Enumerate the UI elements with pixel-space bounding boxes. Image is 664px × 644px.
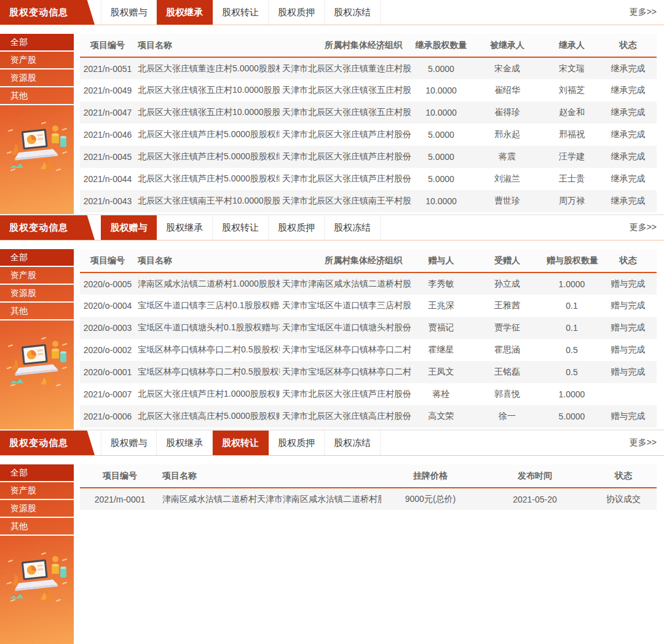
table-row[interactable]: 2020/o-0005津南区咸水沽镇二道桥村1.0000股股权赠...天津市津南…	[80, 272, 657, 295]
cell: 5.0000	[412, 124, 470, 146]
section-title: 股权变动信息	[9, 7, 68, 18]
cell: 赠与完成	[599, 405, 657, 427]
cell: 霍思涵	[470, 339, 544, 361]
records-table-wrap: 项目编号项目名称挂牌价格发布时间状态 2021/m-0001津南区咸水沽镇二道桥…	[74, 464, 664, 644]
section-title-banner: 股权变动信息	[0, 215, 95, 240]
section-title: 股权变动信息	[9, 222, 68, 234]
tab-3[interactable]: 股权质押	[269, 215, 325, 240]
cell: 天津市北辰区大张庄镇南王平村股...	[280, 190, 412, 212]
table-row[interactable]: 2021/n-0045北辰区大张庄镇芦庄村5.0000股股权继承...天津市北辰…	[80, 146, 657, 168]
cell: 曹世珍	[470, 190, 544, 212]
flame-icon	[12, 574, 18, 586]
cell: 2021/n-0044	[80, 168, 135, 190]
cell: 继承完成	[599, 101, 657, 124]
tab-4[interactable]: 股权冻结	[325, 0, 381, 25]
column-header-2: 所属村集体经济组织	[280, 34, 412, 57]
tab-3[interactable]: 股权质押	[269, 0, 325, 25]
sidebar-item-0[interactable]: 全部	[0, 249, 74, 267]
tab-3[interactable]: 股权质押	[269, 431, 325, 455]
category-list: 全部资产股资源股其他	[0, 249, 74, 320]
cell: 5.0000	[412, 146, 470, 168]
cell: 2021/n-0049	[80, 79, 135, 101]
cell: 霍继星	[412, 339, 470, 361]
table-row[interactable]: 2021/n-0044北辰区大张庄镇芦庄村5.0000股股权继承...天津市北辰…	[80, 168, 657, 190]
table-row[interactable]: 2020/o-0004宝坻区牛道口镇李三店村0.1股股权赠与项目天津市宝坻区牛道…	[80, 295, 657, 317]
table-header-row: 项目编号项目名称所属村集体经济组织赠与人受赠人赠与股权数量状态	[80, 249, 657, 272]
header-body-gap	[0, 456, 664, 464]
equity-change-section: 股权变动信息 股权赠与股权继承股权转让股权质押股权冻结 更多>> 全部资产股资源…	[0, 0, 664, 214]
tab-1[interactable]: 股权继承	[157, 431, 213, 455]
cell: 继承完成	[599, 146, 657, 168]
sidebar-item-0[interactable]: 全部	[0, 34, 74, 52]
cell: 1.0000	[544, 383, 599, 405]
tab-0[interactable]: 股权赠与	[101, 0, 157, 25]
table-row[interactable]: 2021/n-0051北辰区大张庄镇董连庄村5.0000股股权继...天津市北辰…	[80, 57, 657, 79]
cell: 邢福祝	[544, 124, 599, 146]
records-table-wrap: 项目编号项目名称所属村集体经济组织继承股权数量被继承人继承人状态 2021/n-…	[74, 34, 664, 214]
table-row[interactable]: 2021/n-0047北辰区大张庄镇张五庄村10.0000股股权继...天津市北…	[80, 101, 657, 124]
tab-0[interactable]: 股权赠与	[101, 431, 157, 455]
laptop-icon	[12, 559, 58, 591]
table-row[interactable]: 2021/n-0049北辰区大张庄镇张五庄村10.0000股股权继...天津市北…	[80, 79, 657, 101]
cell: 宋文瑞	[544, 57, 599, 79]
more-link[interactable]: 更多>>	[630, 431, 657, 455]
cell: 郭喜悦	[470, 383, 544, 405]
laptop-icon	[12, 343, 58, 376]
table-row[interactable]: 2020/o-0002宝坻区林亭口镇林亭口二村0.5股股权赠与...天津市宝坻区…	[80, 339, 657, 361]
cell: 0.1	[544, 295, 599, 317]
sidebar-item-3[interactable]: 其他	[0, 87, 74, 105]
column-header-4: 状态	[590, 464, 657, 488]
cell: 北辰区大张庄镇芦庄村1.0000股股权赠与...	[135, 383, 280, 405]
table-row[interactable]: 2021/m-0001津南区咸水沽镇二道桥村天津市津南区咸水沽镇二道桥村股份经.…	[80, 488, 657, 510]
sidebar-item-3[interactable]: 其他	[0, 518, 74, 536]
tab-active-1[interactable]: 股权继承	[157, 0, 213, 25]
tab-1[interactable]: 股权继承	[157, 215, 213, 240]
sidebar-item-2[interactable]: 资源股	[0, 70, 74, 87]
more-link[interactable]: 更多>>	[630, 215, 657, 240]
sidebar-item-3[interactable]: 其他	[0, 303, 74, 320]
table-header-row: 项目编号项目名称挂牌价格发布时间状态	[80, 464, 657, 488]
cell: 宝坻区牛道口镇李三店村0.1股股权赠与项目	[135, 295, 280, 317]
sidebar-item-1[interactable]: 资产股	[0, 52, 74, 70]
table-row[interactable]: 2021/o-0006北辰区大张庄镇高庄村5.0000股股权赠与...天津市北辰…	[80, 405, 657, 427]
tab-4[interactable]: 股权冻结	[325, 215, 381, 240]
cell: 天津市北辰区大张庄镇董连庄村股...	[280, 57, 412, 79]
column-header-4: 受赠人	[470, 249, 544, 272]
cell: 周万禄	[544, 190, 599, 212]
column-header-6: 状态	[599, 249, 657, 272]
cell: 崔绍华	[470, 79, 544, 101]
cell: 王兆深	[412, 295, 470, 317]
column-header-1: 项目名称	[135, 34, 280, 57]
cell: 10.0000	[412, 79, 470, 101]
tab-2[interactable]: 股权转让	[213, 0, 269, 25]
column-header-6: 状态	[599, 34, 657, 57]
sidebar-item-1[interactable]: 资产股	[0, 482, 74, 500]
tab-active-0[interactable]: 股权赠与	[101, 215, 157, 240]
cell: 王凤文	[412, 361, 470, 383]
cell: 天津市北辰区大张庄镇张五庄村股...	[280, 79, 412, 101]
tab-active-2[interactable]: 股权转让	[213, 431, 269, 455]
sidebar-item-2[interactable]: 资源股	[0, 285, 74, 303]
table-row[interactable]: 2020/o-0001宝坻区林亭口镇林亭口二村0.5股股权赠与...天津市宝坻区…	[80, 361, 657, 383]
sidebar-item-2[interactable]: 资源股	[0, 500, 74, 518]
cell: 刘福芝	[544, 79, 599, 101]
more-link[interactable]: 更多>>	[630, 0, 657, 25]
sidebar-item-1[interactable]: 资产股	[0, 267, 74, 285]
cell: 赠与完成	[599, 295, 657, 317]
records-table: 项目编号项目名称所属村集体经济组织继承股权数量被继承人继承人状态 2021/n-…	[80, 34, 657, 212]
table-row[interactable]: 2021/o-0007北辰区大张庄镇芦庄村1.0000股股权赠与...天津市北辰…	[80, 383, 657, 405]
table-row[interactable]: 2021/n-0043北辰区大张庄镇南王平村10.0000股股权继...天津市北…	[80, 190, 657, 212]
cell: 北辰区大张庄镇芦庄村5.0000股股权继承...	[135, 146, 280, 168]
table-row[interactable]: 2020/o-0003宝坻区牛道口镇塘头村0.1股股权赠与项目天津市宝坻区牛道口…	[80, 317, 657, 339]
tab-2[interactable]: 股权转让	[213, 215, 269, 240]
cell: 津南区咸水沽镇二道桥村1.0000股股权赠...	[135, 272, 280, 295]
tab-4[interactable]: 股权冻结	[325, 431, 381, 455]
cell: 津南区咸水沽镇二道桥村天津市津南区咸水沽镇二道桥村股份经...	[160, 488, 381, 510]
column-header-3: 发布时间	[480, 464, 590, 488]
laptop-illustration	[5, 552, 69, 608]
records-table-wrap: 项目编号项目名称所属村集体经济组织赠与人受赠人赠与股权数量状态 2020/o-0…	[74, 249, 664, 429]
category-list: 全部资产股资源股其他	[0, 34, 74, 105]
table-row[interactable]: 2021/n-0046北辰区大张庄镇芦庄村5.0000股股权继承...天津市北辰…	[80, 124, 657, 146]
sidebar-item-0[interactable]: 全部	[0, 464, 74, 482]
cell: 继承完成	[599, 168, 657, 190]
